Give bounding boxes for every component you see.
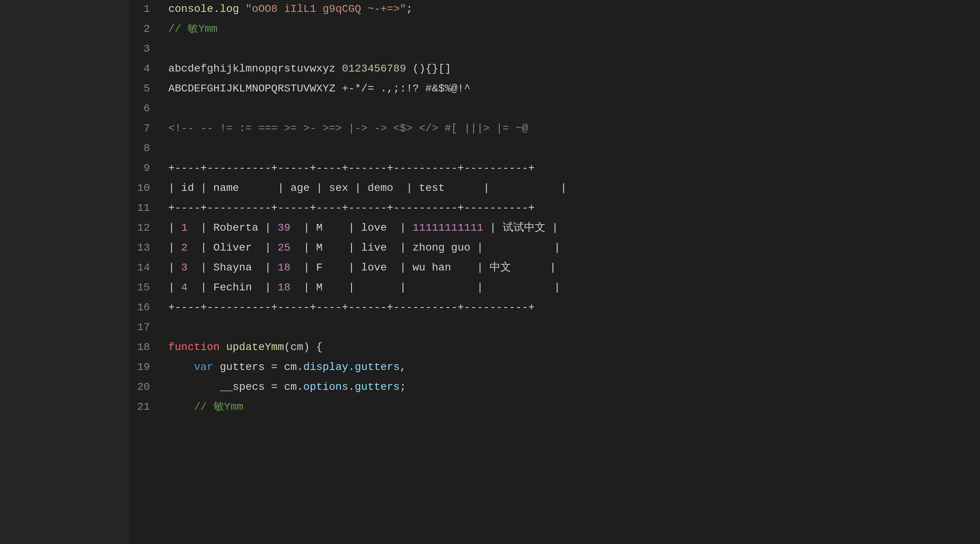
token [220, 341, 226, 353]
code-line: 17 [130, 318, 980, 338]
editor-area: 1console.log "oOO8 iIlL1 g9qCGQ ~-+=>";2… [130, 0, 980, 544]
token: abcdefghijklmnopqrstuvwxyz [168, 63, 342, 75]
token: 18 [278, 282, 291, 293]
line-number: 17 [130, 319, 161, 336]
line-content: <!-- -- != := === >= >- >=> |-> -> <$> <… [161, 120, 980, 137]
code-line: 13| 2 | Oliver | 25 | M | live | zhong g… [130, 239, 980, 259]
token: <!-- -- != := === >= >- >=> |-> -> <$> <… [168, 122, 528, 134]
line-content: abcdefghijklmnopqrstuvwxyz 0123456789 ()… [161, 60, 980, 78]
code-line: 19 var gutters = cm.display.gutters, [130, 358, 980, 378]
line-number: 16 [130, 299, 161, 316]
token: | M | love | [290, 222, 412, 234]
line-content: | 3 | Shayna | 18 | F | love | wu han | … [161, 259, 980, 277]
left-panel [0, 0, 130, 544]
code-line: 18function updateYmm(cm) { [130, 338, 980, 358]
line-content: | 2 | Oliver | 25 | M | live | zhong guo… [161, 239, 980, 257]
line-content: ABCDEFGHIJKLMNOPQRSTUVWXYZ +-*/= .,;:!? … [161, 80, 980, 98]
line-content: | 4 | Fechin | 18 | M | | | | [161, 279, 980, 296]
line-content: | id | name | age | sex | demo | test | … [161, 180, 980, 197]
token: . [348, 381, 355, 393]
token: 11111111111 [413, 222, 483, 234]
line-number: 11 [130, 200, 161, 217]
line-content: console.log "oOO8 iIlL1 g9qCGQ ~-+=>"; [161, 1, 980, 18]
line-number: 7 [130, 120, 161, 137]
code-line: 2// 敏Ymm [130, 20, 980, 40]
token: 3 [181, 262, 188, 274]
code-line: 16+----+----------+-----+----+------+---… [130, 298, 980, 318]
code-line: 14| 3 | Shayna | 18 | F | love | wu han … [130, 259, 980, 279]
token: gutters [355, 361, 400, 373]
token: , [400, 361, 406, 373]
code-line: 9+----+----------+-----+----+------+----… [130, 159, 980, 179]
line-number: 10 [130, 180, 161, 197]
token: updateYmm [226, 341, 284, 353]
code-line: 5ABCDEFGHIJKLMNOPQRSTUVWXYZ +-*/= .,;:!?… [130, 80, 980, 99]
token: // 敏Ymm [168, 23, 218, 35]
token: display [303, 361, 348, 373]
code-line: 1console.log "oOO8 iIlL1 g9qCGQ ~-+=>"; [130, 0, 980, 20]
code-line: 7<!-- -- != := === >= >- >=> |-> -> <$> … [130, 119, 980, 139]
line-content: // 敏Ymm [161, 21, 980, 38]
line-content: var gutters = cm.display.gutters, [161, 359, 980, 376]
token: gutters = cm. [213, 361, 303, 373]
line-content: +----+----------+-----+----+------+-----… [161, 299, 980, 316]
token: . [213, 3, 220, 15]
token: | [168, 222, 181, 234]
line-number: 8 [130, 140, 161, 157]
line-number: 4 [130, 60, 161, 78]
token: | [168, 262, 181, 274]
line-number: 12 [130, 220, 161, 237]
token: (){}[] [406, 63, 451, 75]
token: "oOO8 iIlL1 g9qCGQ ~-+=>" [246, 3, 406, 15]
code-line: 21 // 敏Ymm [130, 398, 980, 418]
line-number: 1 [130, 1, 161, 18]
line-number: 20 [130, 379, 161, 396]
code-line: 15| 4 | Fechin | 18 | M | | | | [130, 279, 980, 298]
token: // 敏Ymm [168, 401, 243, 413]
line-content: | 1 | Roberta | 39 | M | love | 11111111… [161, 220, 980, 237]
token: function [168, 341, 220, 353]
line-number: 14 [130, 259, 161, 277]
token: log [220, 3, 239, 15]
token: ABCDEFGHIJKLMNOPQRSTUVWXYZ +-*/= .,;:!? … [168, 83, 470, 94]
code-line: 10| id | name | age | sex | demo | test … [130, 179, 980, 199]
code-line: 11+----+----------+-----+----+------+---… [130, 199, 980, 219]
line-number: 18 [130, 339, 161, 356]
token: +----+----------+-----+----+------+-----… [168, 301, 535, 313]
token [168, 361, 194, 373]
line-number: 5 [130, 80, 161, 98]
token: | M | | | | [290, 282, 560, 293]
token: | Fechin | [187, 282, 277, 293]
line-content: function updateYmm(cm) { [161, 339, 980, 356]
line-number: 19 [130, 359, 161, 376]
token: | [168, 242, 181, 254]
token: | [168, 282, 181, 293]
line-number: 15 [130, 279, 161, 296]
token [239, 3, 246, 15]
line-number: 9 [130, 160, 161, 177]
token: var [194, 361, 213, 373]
token: (cm) { [284, 341, 322, 353]
token: 39 [278, 222, 291, 234]
code-line: 12| 1 | Roberta | 39 | M | love | 111111… [130, 219, 980, 239]
code-line: 3 [130, 40, 980, 60]
token: +----+----------+-----+----+------+-----… [168, 162, 535, 174]
token: ; [400, 381, 406, 393]
token: gutters [355, 381, 400, 393]
token: . [348, 361, 355, 373]
token: | 试试中文 | [483, 222, 558, 234]
line-content: // 敏Ymm [161, 399, 980, 416]
token: __specs = cm. [168, 381, 303, 393]
line-content: +----+----------+-----+----+------+-----… [161, 200, 980, 217]
token: | Roberta | [187, 222, 277, 234]
token: 0123456789 [342, 63, 406, 75]
token: options [303, 381, 348, 393]
line-content [161, 41, 980, 58]
line-content [161, 140, 980, 157]
line-number: 13 [130, 239, 161, 257]
code-line: 20 __specs = cm.options.gutters; [130, 378, 980, 398]
token: +----+----------+-----+----+------+-----… [168, 202, 535, 214]
token: | M | live | zhong guo | | [290, 242, 560, 254]
token: | Oliver | [187, 242, 277, 254]
token: | id | name | age | sex | demo | test | … [168, 182, 567, 194]
